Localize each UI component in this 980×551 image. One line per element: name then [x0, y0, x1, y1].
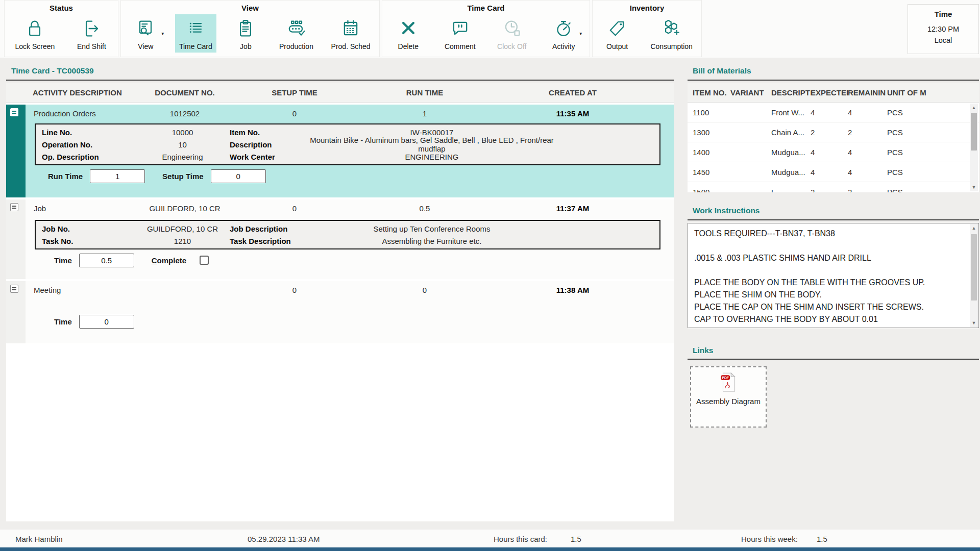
bom-row[interactable]: 1500 L... 2 2 PCS	[688, 182, 979, 192]
work-instruction-line: PLACE THE SHIM ON THE BODY.	[694, 289, 965, 301]
consumption-hexagons-icon	[660, 17, 683, 40]
consumption-button[interactable]: Consumption	[646, 14, 697, 53]
assembly-diagram-link[interactable]: PDF Assembly Diagram	[690, 366, 767, 428]
view-button[interactable]: ▾ View	[126, 14, 165, 53]
comment-button[interactable]: Comment	[440, 14, 480, 53]
column-header-activity: ACTIVITY DESCRIPTION	[26, 88, 134, 97]
op-description-value: Engineering	[135, 153, 230, 161]
button-label: Lock Screen	[15, 42, 55, 51]
column-header-document: DOCUMENT NO.	[134, 88, 236, 97]
clock-off-button[interactable]: Clock Off	[492, 14, 532, 53]
svg-text:PDF: PDF	[722, 376, 729, 380]
page-title: Time Card - TC000539	[11, 66, 94, 76]
production-detail-box: Line No. 10000 Item No. IW-BK00017 Opera…	[35, 123, 660, 165]
hours-this-week-value: 1.5	[817, 535, 827, 543]
button-label: End Shift	[77, 42, 106, 51]
work-instructions-scrollbar[interactable]: ▲ ▼	[970, 224, 978, 327]
run-time-input[interactable]	[90, 169, 145, 183]
job-description-label: Job Description	[230, 224, 306, 233]
bottom-accent-line	[0, 547, 980, 551]
column-header-setup: SETUP TIME	[236, 88, 353, 97]
description-value: Mountain Bike - Aluminum bars, Gel Saddl…	[306, 136, 659, 153]
op-description-label: Op. Description	[36, 153, 135, 161]
activity-button[interactable]: ▾ Activity	[544, 14, 583, 53]
activity-cell: Meeting	[26, 286, 134, 294]
bom-col-expected: EXPECTED	[811, 88, 848, 97]
scroll-down-icon[interactable]: ▼	[970, 319, 978, 327]
job-button[interactable]: Job	[226, 14, 265, 53]
work-instructions-divider	[688, 219, 979, 220]
work-instruction-line: CAP TO OVERHANG THE BODY BY ABOUT 0.01	[694, 313, 965, 325]
toolbar-group-view: View ▾ View Time Card Job	[120, 0, 380, 57]
production-button[interactable]: Production	[275, 14, 317, 53]
setup-time-input[interactable]	[211, 169, 266, 183]
bom-row[interactable]: 1300 Chain A... 2 2 PCS	[688, 122, 979, 142]
job-detail-box: Job No. GUILDFORD, 10 CR Job Description…	[35, 220, 660, 249]
button-label: Comment	[445, 42, 476, 51]
button-label: Prod. Sched	[331, 42, 371, 51]
button-label: Time Card	[179, 42, 212, 51]
row-gutter	[6, 199, 26, 279]
created-cell: 11:37 AM	[496, 204, 649, 213]
links-divider	[688, 359, 979, 360]
toolbar-group-label: Inventory	[593, 4, 701, 12]
lock-screen-button[interactable]: Lock Screen	[11, 14, 59, 53]
button-label: Output	[606, 42, 628, 51]
user-name: Mark Hamblin	[15, 535, 63, 543]
work-instruction-line: TOOLS REQUIRED---T-BN37, T-BN38	[694, 228, 965, 240]
timecard-row-job[interactable]: Job GUILDFORD, 10 CR 0 0.5 11:37 AM Job …	[6, 199, 674, 279]
delete-x-icon	[397, 17, 420, 40]
calendar-icon	[339, 17, 362, 40]
time-label: Time	[54, 256, 72, 265]
timecard-row-production-orders[interactable]: Production Orders 1012502 0 1 11:35 AM L…	[6, 105, 674, 197]
time-card-view-button[interactable]: Time Card	[175, 14, 216, 53]
collapse-row-icon[interactable]	[10, 285, 18, 293]
button-label: Job	[240, 42, 252, 51]
item-no-label: Item No.	[230, 128, 306, 137]
run-cell: 0.5	[353, 204, 496, 213]
tag-icon	[606, 17, 628, 40]
chevron-down-icon[interactable]: ▾	[579, 31, 582, 36]
collapse-row-icon[interactable]	[10, 108, 18, 116]
bom-row[interactable]: 1450 Mudgua... 4 4 PCS	[688, 162, 979, 182]
bom-row[interactable]: 1100 Front W... 4 4 PCS	[688, 103, 979, 122]
prod-sched-button[interactable]: Prod. Sched	[327, 14, 375, 53]
bom-row[interactable]: 1400 Mudgua... 4 4 PCS	[688, 142, 979, 162]
job-description-value: Setting up Ten Conference Rooms	[306, 224, 659, 233]
output-button[interactable]: Output	[597, 14, 637, 53]
bom-col-remaining: REMAININ	[848, 88, 887, 97]
timecard-row-meeting[interactable]: Meeting 0 0 11:38 AM Time	[6, 281, 674, 343]
bom-scrollbar[interactable]: ▲ ▼	[970, 104, 978, 191]
row-gutter	[6, 281, 26, 343]
column-header-created: CREATED AT	[496, 88, 649, 97]
chevron-down-icon[interactable]: ▾	[161, 31, 164, 36]
scroll-down-icon[interactable]: ▼	[970, 183, 978, 191]
timecard-table-header: ACTIVITY DESCRIPTION DOCUMENT NO. SETUP …	[6, 83, 674, 103]
button-label: Production	[279, 42, 313, 51]
scrollbar-thumb[interactable]	[971, 234, 977, 300]
complete-checkbox[interactable]	[200, 256, 209, 265]
bom-col-variant: VARIANT	[730, 88, 771, 97]
end-shift-button[interactable]: End Shift	[71, 14, 111, 53]
collapse-row-icon[interactable]	[10, 203, 18, 211]
scroll-up-icon[interactable]: ▲	[970, 224, 978, 232]
job-no-label: Job No.	[36, 224, 135, 233]
meeting-time-input[interactable]	[79, 315, 134, 329]
work-instructions-box[interactable]: TOOLS REQUIRED---T-BN37, T-BN38 .0015 & …	[688, 223, 979, 328]
job-time-input[interactable]	[79, 254, 134, 267]
bom-table-header: ITEM NO. VARIANT DESCRIPTI EXPECTED REMA…	[688, 83, 979, 103]
activity-cell: Production Orders	[26, 109, 134, 118]
toolbar-group-label: View	[121, 4, 379, 12]
end-shift-icon	[80, 17, 103, 40]
scrollbar-thumb[interactable]	[971, 113, 977, 151]
button-label: Consumption	[650, 42, 693, 51]
clock-icon	[501, 17, 523, 40]
stopwatch-icon	[552, 17, 575, 40]
column-header-run: RUN TIME	[353, 88, 496, 97]
delete-button[interactable]: Delete	[388, 14, 428, 53]
button-label: Clock Off	[497, 42, 526, 51]
work-instruction-line	[694, 240, 965, 252]
toolbar-group-label: Time Card	[382, 4, 590, 12]
scroll-up-icon[interactable]: ▲	[970, 104, 978, 112]
run-cell: 1	[353, 109, 496, 118]
